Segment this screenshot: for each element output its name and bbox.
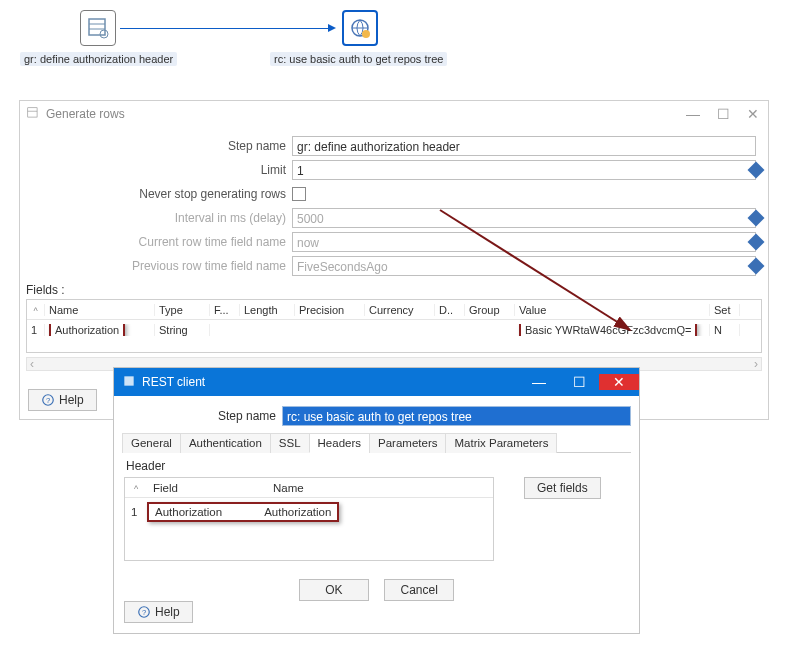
previous-row-input: FiveSecondsAgo xyxy=(292,256,756,276)
col-length[interactable]: Length xyxy=(240,304,295,316)
rest-step-name-input[interactable]: rc: use basic auth to get repos tree xyxy=(282,406,631,426)
node-rest-client-label: rc: use basic auth to get repos tree xyxy=(270,52,447,66)
svg-rect-11 xyxy=(124,376,133,385)
step-name-label: Step name xyxy=(20,139,292,153)
current-row-label: Current row time field name xyxy=(20,235,292,249)
never-stop-checkbox[interactable] xyxy=(292,187,306,201)
cell-value-highlight: Basic YWRtaW46cGFzc3dvcmQ= xyxy=(519,324,697,336)
interval-label: Interval in ms (delay) xyxy=(20,211,292,225)
generate-rows-title: Generate rows xyxy=(46,107,125,121)
node-generate-rows[interactable] xyxy=(80,10,116,46)
tab-matrix-parameters[interactable]: Matrix Parameters xyxy=(445,433,557,453)
col-value[interactable]: Value xyxy=(515,304,710,316)
minimize-button[interactable]: — xyxy=(519,374,559,390)
minimize-button[interactable]: — xyxy=(678,106,708,122)
svg-point-5 xyxy=(362,30,370,38)
svg-text:?: ? xyxy=(46,396,50,405)
rest-client-titlebar-icon xyxy=(122,374,136,391)
col-set[interactable]: Set xyxy=(710,304,740,316)
help-label: Help xyxy=(59,393,84,407)
tab-general[interactable]: General xyxy=(122,433,181,453)
help-label: Help xyxy=(155,605,180,619)
arrow-head xyxy=(328,24,336,32)
col-decimal[interactable]: D.. xyxy=(435,304,465,316)
rest-tabs: General Authentication SSL Headers Param… xyxy=(122,432,631,453)
rest-client-titlebar: REST client — ☐ ✕ xyxy=(114,368,639,396)
current-row-input: now xyxy=(292,232,756,252)
generate-rows-form: Step name gr: define authorization heade… xyxy=(20,135,768,277)
col-type[interactable]: Type xyxy=(155,304,210,316)
interval-input: 5000 xyxy=(292,208,756,228)
svg-text:?: ? xyxy=(142,608,146,617)
generate-rows-titlebar: Generate rows — ☐ ✕ xyxy=(20,101,768,127)
step-name-input[interactable]: gr: define authorization header xyxy=(292,136,756,156)
svg-point-3 xyxy=(100,30,108,38)
help-button[interactable]: ? Help xyxy=(124,601,193,623)
rest-client-title: REST client xyxy=(142,375,205,389)
tab-authentication[interactable]: Authentication xyxy=(180,433,271,453)
col-field[interactable]: Field xyxy=(147,482,267,494)
svg-rect-6 xyxy=(28,107,37,116)
tab-headers[interactable]: Headers xyxy=(309,433,370,453)
headers-tab-body: Header Field Name 1 Authorization Author… xyxy=(124,459,629,561)
ok-button[interactable]: OK xyxy=(299,579,369,601)
col-name[interactable]: Name xyxy=(45,304,155,316)
tab-parameters[interactable]: Parameters xyxy=(369,433,446,453)
sort-icon xyxy=(134,482,138,494)
cell-field-name-highlight: Authorization Authorization xyxy=(147,502,339,522)
fields-table-header: Name Type F... Length Precision Currency… xyxy=(27,300,761,320)
rest-step-name-label: Step name xyxy=(122,409,282,423)
node-generate-rows-label: gr: define authorization header xyxy=(20,52,177,66)
previous-row-label: Previous row time field name xyxy=(20,259,292,273)
cell-type: String xyxy=(155,324,210,336)
cell-num: 1 xyxy=(27,324,45,336)
table-row[interactable]: 1 Authorization String Basic YWRtaW46cGF… xyxy=(27,320,761,340)
limit-input[interactable]: 1 xyxy=(292,160,756,180)
col-currency[interactable]: Currency xyxy=(365,304,435,316)
fields-label: Fields : xyxy=(26,283,768,297)
col-group[interactable]: Group xyxy=(465,304,515,316)
limit-label: Limit xyxy=(20,163,292,177)
cell-name-highlight: Authorization xyxy=(49,324,125,336)
header-section-label: Header xyxy=(126,459,627,473)
rest-client-dialog: REST client — ☐ ✕ Step name rc: use basi… xyxy=(114,368,639,633)
fields-table[interactable]: Name Type F... Length Precision Currency… xyxy=(26,299,762,353)
col-name[interactable]: Name xyxy=(267,482,387,494)
col-format[interactable]: F... xyxy=(210,304,240,316)
maximize-button[interactable]: ☐ xyxy=(708,106,738,122)
table-row[interactable]: 1 Authorization Authorization xyxy=(125,498,493,526)
headers-table[interactable]: Field Name 1 Authorization Authorization xyxy=(124,477,494,561)
help-button[interactable]: ? Help xyxy=(28,389,97,411)
svg-rect-0 xyxy=(89,19,105,35)
col-precision[interactable]: Precision xyxy=(295,304,365,316)
workflow-diagram: gr: define authorization header rc: use … xyxy=(70,10,490,85)
close-button[interactable]: ✕ xyxy=(599,374,639,390)
cell-set: N xyxy=(710,324,740,336)
node-rest-client[interactable] xyxy=(342,10,378,46)
never-stop-label: Never stop generating rows xyxy=(20,187,292,201)
headers-table-header: Field Name xyxy=(125,478,493,498)
dialog-buttons: OK Cancel xyxy=(114,579,639,601)
sort-icon xyxy=(33,304,37,316)
cancel-button[interactable]: Cancel xyxy=(384,579,454,601)
tab-ssl[interactable]: SSL xyxy=(270,433,310,453)
close-button[interactable]: ✕ xyxy=(738,106,768,122)
maximize-button[interactable]: ☐ xyxy=(559,374,599,390)
generate-rows-icon xyxy=(26,106,40,123)
arrow-line xyxy=(120,28,330,29)
cell-num: 1 xyxy=(125,506,147,518)
get-fields-button[interactable]: Get fields xyxy=(524,477,601,499)
